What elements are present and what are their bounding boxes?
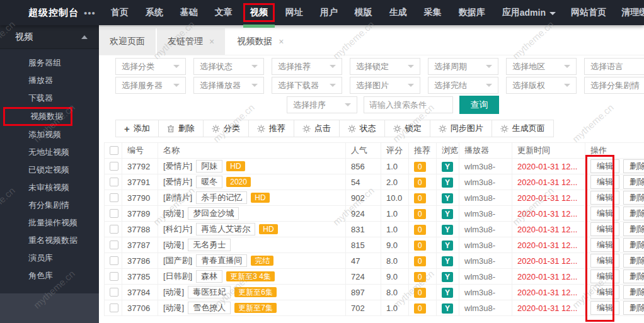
row-action-edit-button[interactable]: 编辑 (590, 159, 619, 173)
row-action-delete-button[interactable]: 删除 (623, 285, 644, 299)
sidebar-item-8[interactable]: 有分集剧情 (0, 196, 99, 214)
filter-select-row1-5[interactable]: 选择地区 (506, 58, 577, 75)
toolbar-button-0[interactable]: +添加 (115, 120, 159, 137)
row-action-edit-button[interactable]: 编辑 (590, 269, 619, 283)
row-action-delete-button[interactable]: 删除 (623, 301, 644, 315)
topnav-item-3[interactable]: 文章 (215, 7, 233, 18)
filter-select-row2-0[interactable]: 选择服务器 (115, 77, 186, 94)
filter-select-row2-4[interactable]: 选择完结 (428, 77, 498, 94)
cell-actions: 编辑删除… (585, 285, 644, 300)
row-checkbox[interactable] (110, 225, 118, 234)
select-all-checkbox[interactable] (110, 146, 118, 155)
row-checkbox[interactable] (110, 303, 118, 312)
row-checkbox[interactable] (110, 193, 118, 202)
sidebar-item-12[interactable]: 角色库 (0, 267, 99, 285)
topnav-item-7[interactable]: 模版 (355, 7, 372, 18)
topnav-item-0[interactable]: 首页 (111, 7, 129, 18)
sidebar-item-5[interactable]: 无地址视频 (0, 144, 99, 161)
toolbar-button-5[interactable]: 状态 (339, 120, 385, 137)
filter-select-row1-1[interactable]: 选择状态 (193, 58, 264, 75)
sort-select[interactable]: 选择排序 (287, 96, 357, 113)
query-button[interactable]: 查询 (459, 96, 499, 114)
row-action-edit-button[interactable]: 编辑 (590, 207, 619, 220)
filter-panel: 选择分类选择状态选择推荐选择锁定选择周期选择地区选择语言 选择服务器选择播放器选… (99, 55, 644, 114)
sidebar-item-1[interactable]: 播放器 (0, 72, 99, 89)
toolbar-button-8[interactable]: 生成页面 (492, 120, 554, 137)
close-icon[interactable]: × (209, 37, 214, 47)
row-action-delete-button[interactable]: 删除 (623, 269, 644, 283)
row-action-edit-button[interactable]: 编辑 (590, 175, 619, 189)
topnav-item-10[interactable]: 数据库 (459, 7, 485, 18)
filter-select-row1-4[interactable]: 选择周期 (428, 58, 498, 75)
row-checkbox[interactable] (110, 272, 118, 281)
cell-score: 2.0 (381, 174, 409, 190)
filter-select-row2-5[interactable]: 选择版权 (506, 77, 577, 94)
sidebar-section-video[interactable]: 视频 (0, 25, 99, 49)
topnav-item-1[interactable]: 系统 (146, 7, 163, 18)
sidebar-item-10[interactable]: 重名视频数据 (0, 232, 99, 249)
site-home-link[interactable]: 网站首页 (571, 7, 606, 18)
toolbar-button-3[interactable]: 推荐 (248, 120, 294, 137)
cell-actions: 编辑删除… (585, 222, 644, 237)
row-action-edit-button[interactable]: 编辑 (590, 254, 619, 268)
clear-cache-link[interactable]: 清理缓存 (621, 7, 644, 18)
filter-select-row1-2[interactable]: 选择推荐 (272, 58, 342, 75)
filter-select-row2-6[interactable]: 选择分集剧情 (584, 77, 644, 94)
sidebar-item-7[interactable]: 未审核视频 (0, 179, 99, 196)
toolbar-button-4[interactable]: 点击 (294, 120, 340, 137)
sidebar-item-9[interactable]: 批量操作视频 (0, 214, 99, 232)
row-action-delete-button[interactable]: 删除 (623, 207, 644, 220)
row-action-delete-button[interactable]: 删除 (623, 254, 644, 268)
row-action-edit-button[interactable]: 编辑 (590, 285, 619, 299)
row-action-edit-button[interactable]: 编辑 (590, 301, 619, 315)
topnav-item-6[interactable]: 用户 (320, 7, 338, 18)
filter-select-row2-3[interactable]: 选择图片 (350, 77, 420, 94)
close-icon[interactable]: × (279, 37, 284, 47)
row-action-edit-button[interactable]: 编辑 (590, 191, 619, 205)
sidebar-item-0[interactable]: 服务器组 (0, 54, 99, 72)
toolbar-button-1[interactable]: 删除 (158, 120, 204, 137)
filter-select-row2-1[interactable]: 选择播放器 (193, 77, 264, 94)
tab-0[interactable]: 欢迎页面 (99, 28, 157, 55)
topnav-item-11[interactable]: 应用 (502, 7, 520, 18)
collapse-arrow-icon[interactable] (81, 35, 88, 39)
row-action-edit-button[interactable]: 编辑 (590, 222, 619, 236)
row-checkbox[interactable] (110, 178, 118, 186)
sidebar-item-11[interactable]: 演员库 (0, 249, 99, 267)
row-checkbox[interactable] (110, 256, 118, 265)
tab-1[interactable]: 友链管理× (157, 28, 226, 55)
topnav-item-4[interactable]: 视频 (243, 3, 275, 22)
filter-select-row2-2[interactable]: 选择下载器 (272, 77, 342, 94)
row-action-delete-button[interactable]: 删除 (623, 175, 644, 189)
search-input[interactable] (364, 96, 453, 113)
toolbar-button-7[interactable]: 同步图片 (430, 120, 492, 137)
sidebar-item-4[interactable]: 添加视频 (0, 126, 99, 144)
row-action-edit-button[interactable]: 编辑 (590, 238, 619, 252)
sidebar-item-2[interactable]: 下载器 (0, 89, 99, 107)
cell-updated: 2020-01-31 12... (512, 253, 585, 269)
filter-select-row1-0[interactable]: 选择分类 (115, 58, 186, 75)
row-checkbox[interactable] (110, 288, 118, 297)
row-action-delete-button[interactable]: 删除 (623, 238, 644, 252)
row-checkbox[interactable] (110, 162, 118, 171)
row-action-delete-button[interactable]: 删除 (623, 191, 644, 205)
row-action-delete-button[interactable]: 删除 (623, 222, 644, 236)
filter-select-row1-3[interactable]: 选择锁定 (350, 58, 420, 75)
topnav-item-2[interactable]: 基础 (180, 7, 198, 18)
table-row: 37786 [国产剧]青春直播间完结 47 8.0 0 Y wlm3u8- 20… (105, 253, 644, 269)
topnav-item-9[interactable]: 采集 (424, 7, 442, 18)
topnav-item-8[interactable]: 生成 (389, 7, 407, 18)
browse-badge: Y (442, 303, 453, 314)
tab-2[interactable]: 视频数据× (226, 28, 296, 55)
toolbar-button-6[interactable]: 锁定 (384, 120, 430, 137)
sidebar-item-6[interactable]: 已锁定视频 (0, 161, 99, 179)
toolbar-button-2[interactable]: 分类 (203, 120, 249, 137)
more-menu-icon[interactable]: ••• (84, 8, 96, 18)
user-menu[interactable]: admin (520, 8, 556, 18)
row-action-delete-button[interactable]: 删除 (623, 159, 644, 173)
sidebar-item-3[interactable]: 视频数据 (3, 107, 72, 126)
row-checkbox[interactable] (110, 241, 118, 249)
topnav-item-5[interactable]: 网址 (285, 7, 303, 18)
row-checkbox[interactable] (110, 209, 118, 218)
filter-select-row1-6[interactable]: 选择语言 (584, 58, 644, 75)
